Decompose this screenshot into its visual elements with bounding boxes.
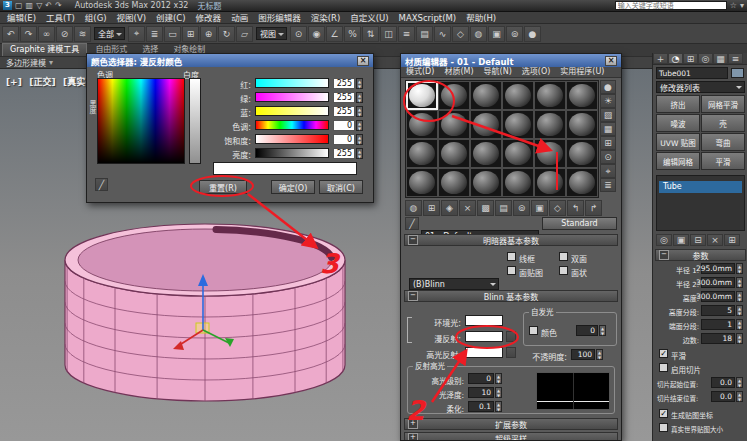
sample-slot[interactable] xyxy=(566,139,598,168)
tab-modify[interactable]: ◔ xyxy=(668,53,683,64)
show-map-in-viewport-icon[interactable]: ▣ xyxy=(531,200,548,216)
sample-slot[interactable] xyxy=(566,110,598,139)
ambient-color-swatch[interactable] xyxy=(465,315,503,326)
sample-slot[interactable] xyxy=(534,110,566,139)
background-icon[interactable]: ▨ xyxy=(600,108,616,122)
material-type-button[interactable]: Standard xyxy=(542,217,617,230)
menu-edit[interactable]: 编辑(E) xyxy=(2,12,41,24)
material-map-navigator-icon[interactable]: ≣ xyxy=(600,178,616,192)
open-file-icon[interactable]: ▥ xyxy=(26,1,34,11)
help-menu-arrow-icon[interactable]: ▾ xyxy=(740,1,744,11)
reference-coordinate-dropdown[interactable]: 视图 xyxy=(256,27,287,40)
height-segments-field[interactable]: 5 xyxy=(701,305,735,316)
select-scale-icon[interactable]: ▱ xyxy=(236,26,253,42)
radius1-spinner[interactable] xyxy=(736,263,743,274)
put-to-library-icon[interactable]: ▤ xyxy=(495,200,512,216)
sample-slot[interactable] xyxy=(470,81,502,110)
opacity-value-field[interactable]: 100 xyxy=(571,349,595,360)
sample-slot[interactable] xyxy=(470,110,502,139)
specular-level-spinner[interactable] xyxy=(495,373,502,384)
save-file-icon[interactable]: ▽ xyxy=(36,1,42,11)
faceted-checkbox[interactable] xyxy=(559,266,568,275)
angle-snap-icon[interactable]: ∠ xyxy=(326,26,343,42)
menu-utilities[interactable]: 实用程序(U) xyxy=(555,66,609,78)
diffuse-map-button[interactable] xyxy=(506,331,516,342)
menu-animation[interactable]: 动画 xyxy=(226,12,253,24)
menu-create[interactable]: 创建(C) xyxy=(151,12,191,24)
align-icon[interactable]: ≡ xyxy=(398,26,415,42)
pin-stack-icon[interactable]: ◎ xyxy=(656,234,672,246)
close-icon[interactable]: × xyxy=(605,56,617,66)
mirror-icon[interactable]: ◫ xyxy=(380,26,397,42)
tab-hierarchy[interactable]: ⊞ xyxy=(683,53,698,64)
modifier-button-smooth[interactable]: 平滑 xyxy=(701,152,745,170)
search-input[interactable] xyxy=(615,1,727,10)
green-slider[interactable] xyxy=(255,92,329,102)
sample-slot[interactable] xyxy=(566,81,598,110)
sample-slot[interactable] xyxy=(502,139,534,168)
new-file-icon[interactable]: ▢ xyxy=(15,1,23,11)
redo-icon[interactable]: ↷ xyxy=(55,1,62,11)
rollout-blinn-basic[interactable]: Blinn 基本参数 xyxy=(404,290,618,302)
go-to-sibling-icon[interactable]: ↱ xyxy=(585,200,602,216)
smooth-checkbox[interactable] xyxy=(659,349,668,358)
unlink-selection-icon[interactable]: ⊘ xyxy=(56,26,73,42)
curve-editor-icon[interactable]: ∿ xyxy=(434,26,451,42)
slice-to-spinner[interactable] xyxy=(736,391,743,402)
menu-graph-editors[interactable]: 图形编辑器 xyxy=(253,12,306,24)
menu-modifiers[interactable]: 修改器 xyxy=(191,12,227,24)
spinner-snap-icon[interactable]: ⇅ xyxy=(362,26,379,42)
rollout-parameters[interactable]: 参数 xyxy=(655,249,746,261)
saturation-spinner[interactable] xyxy=(356,134,363,145)
sample-slot-active[interactable] xyxy=(406,81,438,110)
make-unique-icon[interactable]: ▩ xyxy=(477,200,494,216)
opacity-spinner[interactable] xyxy=(596,349,603,360)
soften-field[interactable]: 0.1 xyxy=(468,401,494,412)
modifier-button-extrude[interactable]: 挤出 xyxy=(656,95,700,113)
app-logo-icon[interactable]: 3 xyxy=(3,1,12,10)
tube-object[interactable] xyxy=(40,200,370,441)
height-spinner[interactable] xyxy=(736,291,743,302)
sample-slot[interactable] xyxy=(406,168,438,197)
slice-from-spinner[interactable] xyxy=(736,377,743,388)
cap-segments-spinner[interactable] xyxy=(736,319,743,330)
height-field[interactable]: 300.0mm xyxy=(701,291,735,302)
wire-checkbox[interactable] xyxy=(507,252,516,261)
sample-slot[interactable] xyxy=(534,168,566,197)
menu-maxscript[interactable]: MAXScript(M) xyxy=(394,12,462,24)
red-value-field[interactable]: 255 xyxy=(333,78,355,89)
sample-slot[interactable] xyxy=(470,168,502,197)
value-slider[interactable] xyxy=(255,148,329,158)
sample-slot[interactable] xyxy=(438,168,470,197)
sample-slot[interactable] xyxy=(438,139,470,168)
menu-modes[interactable]: 模式(D) xyxy=(401,66,439,78)
undo-icon[interactable]: ↶ xyxy=(45,1,52,11)
slice-on-checkbox[interactable] xyxy=(659,363,668,372)
sample-slot[interactable] xyxy=(502,110,534,139)
saturation-value-field[interactable]: 0 xyxy=(333,134,355,145)
polygon-modeling-panel[interactable]: 多边形建模 xyxy=(6,57,46,68)
modifier-button-bend[interactable]: 弯曲 xyxy=(701,133,745,151)
select-manipulate-icon[interactable]: ◉ xyxy=(308,26,325,42)
radius2-field[interactable]: 300.0mm xyxy=(701,277,735,288)
tab-graphite-modeling[interactable]: Graphite 建模工具 xyxy=(2,43,87,56)
hue-value-field[interactable]: 0 xyxy=(333,120,355,131)
put-to-scene-icon[interactable]: ⊞ xyxy=(423,200,440,216)
sides-field[interactable]: 18 xyxy=(701,333,735,344)
red-slider[interactable] xyxy=(255,78,329,88)
diffuse-color-swatch[interactable] xyxy=(465,331,503,342)
render-production-icon[interactable]: ● xyxy=(524,26,541,42)
modifier-button-uvw-map[interactable]: UVW 贴图 xyxy=(656,133,700,151)
blue-slider[interactable] xyxy=(255,106,329,116)
assign-to-selection-icon[interactable]: ◈ xyxy=(441,200,458,216)
ambient-diffuse-lock-icon[interactable] xyxy=(407,317,412,343)
tab-create[interactable]: + xyxy=(653,53,668,64)
remove-modifier-icon[interactable]: × xyxy=(707,234,723,246)
color-picker-title-bar[interactable]: 颜色选择器: 漫反射颜色 × xyxy=(87,54,373,67)
menu-customize[interactable]: 自定义(U) xyxy=(345,12,393,24)
show-end-result-icon[interactable]: ◇ xyxy=(549,200,566,216)
whiteness-slider[interactable] xyxy=(189,78,201,164)
sample-slot[interactable] xyxy=(470,139,502,168)
video-color-check-icon[interactable]: ⊞ xyxy=(600,136,616,150)
value-spinner[interactable] xyxy=(356,148,363,159)
